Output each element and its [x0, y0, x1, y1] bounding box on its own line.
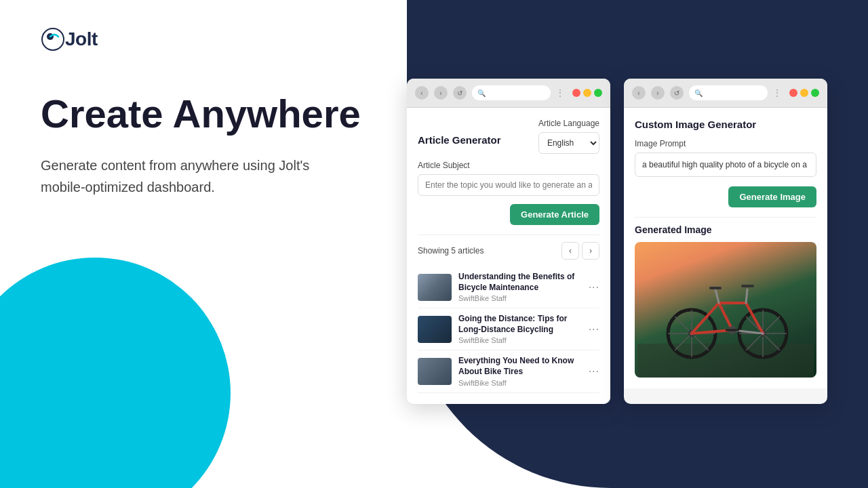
browser-refresh-btn-2[interactable]: ↺: [670, 86, 684, 100]
article-author-3: SwiftBike Staff: [458, 379, 582, 387]
article-info-3: Everything You Need to Know About Bike T…: [458, 356, 582, 386]
browser-menu-dots-1[interactable]: ⋮: [556, 88, 564, 98]
browsers-container: ‹ › ↺ 🔍 ⋮ Article Gen: [407, 79, 827, 404]
article-subject-label: Article Subject: [418, 161, 599, 170]
article-menu-1[interactable]: ···: [589, 281, 599, 293]
browser-menu-dots-2[interactable]: ⋮: [773, 88, 781, 98]
language-group: Article Language English: [538, 119, 599, 154]
article-item-3[interactable]: Everything You Need to Know About Bike T…: [418, 350, 599, 392]
article-thumb-3: [418, 358, 452, 385]
tires-thumbnail: [418, 358, 452, 385]
image-generator-title: Custom Image Generator: [635, 119, 756, 130]
traffic-lights-1: [572, 89, 602, 97]
browser-fwd-btn[interactable]: ›: [434, 86, 448, 100]
article-generator-title: Article Generator: [418, 134, 501, 146]
divider-2: [635, 217, 816, 218]
language-select[interactable]: English: [538, 132, 599, 154]
traffic-lights-2: [789, 89, 819, 97]
svg-line-17: [746, 303, 763, 333]
cyclist-thumbnail: [418, 316, 452, 343]
close-btn-2[interactable]: [789, 89, 797, 97]
logo: Jolt: [41, 27, 827, 52]
search-icon: 🔍: [477, 89, 486, 97]
articles-count: Showing 5 articles: [418, 246, 484, 256]
page-title: Create Anywhere: [41, 92, 366, 136]
image-prompt-group: Image Prompt: [635, 139, 816, 177]
article-generator-browser: ‹ › ↺ 🔍 ⋮ Article Gen: [407, 79, 610, 404]
article-title-3: Everything You Need to Know About Bike T…: [458, 356, 582, 377]
generated-image-label: Generated Image: [635, 224, 816, 235]
search-icon-2: 🔍: [694, 89, 703, 97]
svg-line-21: [715, 289, 719, 303]
article-item-1[interactable]: Understanding the Benefits of Bicycle Ma…: [418, 266, 599, 308]
browser-refresh-btn[interactable]: ↺: [453, 86, 467, 100]
minimize-btn-2[interactable]: [800, 89, 808, 97]
image-generator-content: Custom Image Generator Image Prompt Gene…: [624, 108, 827, 388]
logo-text: Jolt: [65, 28, 98, 50]
browser-back-btn[interactable]: ‹: [415, 86, 429, 100]
bicycle-thumbnail-1: [418, 274, 452, 301]
image-prompt-input[interactable]: [635, 152, 816, 177]
svg-point-0: [42, 28, 64, 50]
articles-header: Showing 5 articles ‹ ›: [418, 242, 599, 260]
prev-page-btn[interactable]: ‹: [561, 242, 579, 260]
svg-line-23: [746, 289, 747, 303]
pagination: ‹ ›: [561, 242, 599, 260]
generate-article-button[interactable]: Generate Article: [510, 204, 599, 225]
divider-1: [418, 235, 599, 235]
svg-rect-2: [637, 344, 814, 378]
generate-image-button[interactable]: Generate Image: [728, 186, 816, 207]
close-btn-1[interactable]: [572, 89, 580, 97]
article-subject-input[interactable]: [418, 174, 599, 196]
bicycle-svg: [637, 242, 814, 378]
article-title-2: Going the Distance: Tips for Long-Distan…: [458, 314, 582, 335]
browser-url-bar-2[interactable]: 🔍: [689, 85, 768, 100]
hero-subtitle: Generate content from anywhere using Jol…: [41, 155, 326, 198]
browser-fwd-btn-2[interactable]: ›: [651, 86, 665, 100]
language-label: Article Language: [538, 119, 599, 128]
generated-image: [635, 242, 816, 378]
image-prompt-label: Image Prompt: [635, 139, 816, 148]
svg-line-18: [719, 303, 732, 330]
browser-chrome-2: ‹ › ↺ 🔍 ⋮: [624, 79, 827, 108]
browser-back-btn-2[interactable]: ‹: [632, 86, 646, 100]
browser-url-bar-1[interactable]: 🔍: [472, 85, 551, 100]
article-generator-content: Article Generator Article Language Engli…: [407, 108, 610, 404]
maximize-btn-1[interactable]: [594, 89, 602, 97]
maximize-btn-2[interactable]: [811, 89, 819, 97]
article-item-2[interactable]: Going the Distance: Tips for Long-Distan…: [418, 308, 599, 350]
article-author-2: SwiftBike Staff: [458, 336, 582, 344]
article-menu-2[interactable]: ···: [589, 323, 599, 336]
browser-chrome-1: ‹ › ↺ 🔍 ⋮: [407, 79, 610, 108]
article-title-1: Understanding the Benefits of Bicycle Ma…: [458, 272, 582, 293]
article-menu-3[interactable]: ···: [589, 365, 599, 378]
article-info-1: Understanding the Benefits of Bicycle Ma…: [458, 272, 582, 302]
article-thumb-1: [418, 274, 452, 301]
next-page-btn[interactable]: ›: [582, 242, 599, 260]
article-thumb-2: [418, 316, 452, 343]
image-generator-browser: ‹ › ↺ 🔍 ⋮ Custom Image Generator: [624, 79, 827, 404]
minimize-btn-1[interactable]: [583, 89, 591, 97]
logo-icon: [41, 27, 65, 52]
article-author-1: SwiftBike Staff: [458, 294, 582, 302]
article-info-2: Going the Distance: Tips for Long-Distan…: [458, 314, 582, 344]
article-subject-group: Article Subject: [418, 161, 599, 196]
